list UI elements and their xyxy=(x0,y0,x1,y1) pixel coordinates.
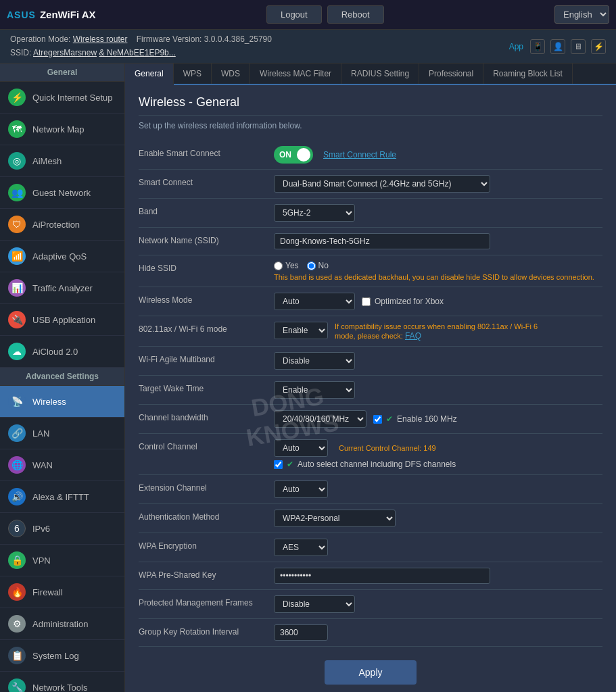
traffic-analyzer-icon: 📊 xyxy=(8,279,26,297)
sidebar-item-quick-setup[interactable]: ⚡ Quick Internet Setup xyxy=(0,82,124,114)
xbox-checkbox[interactable] xyxy=(362,297,371,306)
smart-connect-toggle[interactable]: ON xyxy=(274,146,313,164)
wan-label: WAN xyxy=(32,460,53,470)
label-pmf: Protected Management Frames xyxy=(139,590,274,619)
quick-setup-icon: ⚡ xyxy=(8,89,26,106)
smart-connect-rule-link[interactable]: Smart Connect Rule xyxy=(323,150,396,159)
row-auth-method: Authentication Method WPA2-Personal xyxy=(139,504,602,533)
xbox-checkbox-label[interactable]: Optimized for Xbox xyxy=(362,297,444,306)
sidebar-item-usb-application[interactable]: 🔌 USB Application xyxy=(0,304,124,336)
hide-ssid-no-radio[interactable] xyxy=(307,262,316,270)
enable-160mhz-label[interactable]: ✔ Enable 160 MHz xyxy=(373,414,457,424)
wifi6-faq-link[interactable]: FAQ xyxy=(405,331,421,341)
firmware-value: 3.0.0.4.386_25790 xyxy=(204,34,272,44)
info-bar: Operation Mode: Wireless router Firmware… xyxy=(0,30,616,64)
vpn-icon: 🔒 xyxy=(8,551,26,569)
ipv6-label: IPv6 xyxy=(32,524,50,534)
value-pmf: Disable xyxy=(274,590,602,619)
label-extension-channel: Extension Channel xyxy=(139,475,274,504)
aiprotection-icon: 🛡 xyxy=(8,216,26,233)
logout-button[interactable]: Logout xyxy=(266,5,322,24)
lan-icon: 🔗 xyxy=(8,424,26,442)
toggle-on-text: ON xyxy=(277,150,294,159)
wpa-encryption-select[interactable]: AES xyxy=(274,539,328,556)
operation-mode-label: Operation Mode: xyxy=(10,34,70,44)
sidebar-item-lan[interactable]: 🔗 LAN xyxy=(0,418,124,449)
band-select[interactable]: 5GHz-2 xyxy=(274,204,355,222)
sidebar-item-adaptive-qos[interactable]: 📶 Adaptive QoS xyxy=(0,241,124,272)
vpn-label: VPN xyxy=(32,555,51,566)
network-tools-icon: 🔧 xyxy=(8,678,26,692)
language-select[interactable]: English xyxy=(554,5,609,24)
sidebar-item-aimesh[interactable]: ◎ AiMesh xyxy=(0,145,124,177)
operation-mode-value: Wireless router xyxy=(73,34,128,44)
monitor-icon[interactable]: 🖥 xyxy=(571,39,586,54)
sidebar-item-network-tools[interactable]: 🔧 Network Tools xyxy=(0,672,124,692)
row-control-channel: Control Channel Auto Current Control Cha… xyxy=(139,434,602,475)
value-ssid xyxy=(274,228,602,255)
control-channel-status: Current Control Channel: 149 xyxy=(339,444,436,452)
value-enable-smart-connect: ON Smart Connect Rule xyxy=(274,141,602,170)
pmf-select[interactable]: Disable xyxy=(274,595,355,613)
sidebar: General ⚡ Quick Internet Setup 🗺 Network… xyxy=(0,64,125,692)
group-key-input[interactable] xyxy=(274,624,328,641)
dfs-checkbox[interactable] xyxy=(274,460,283,469)
content-wrapper: General ⚡ Quick Internet Setup 🗺 Network… xyxy=(0,64,616,692)
sidebar-item-aicloud[interactable]: ☁ AiCloud 2.0 xyxy=(0,336,124,368)
row-target-wake-time: Target Wake Time Enable xyxy=(139,376,602,405)
auth-method-select[interactable]: WPA2-Personal xyxy=(274,510,396,527)
hide-ssid-yes-label[interactable]: Yes xyxy=(274,261,299,270)
sidebar-item-wireless[interactable]: 📡 Wireless xyxy=(0,386,124,418)
sidebar-item-administration[interactable]: ⚙ Administration xyxy=(0,608,124,640)
value-group-key xyxy=(274,619,602,647)
person-icon[interactable]: 👤 xyxy=(550,39,565,54)
sidebar-item-vpn[interactable]: 🔒 VPN xyxy=(0,545,124,576)
sidebar-item-network-map[interactable]: 🗺 Network Map xyxy=(0,114,124,145)
aicloud-label: AiCloud 2.0 xyxy=(32,347,78,357)
tab-roaming-block-list[interactable]: Roaming Block List xyxy=(483,64,573,84)
sidebar-item-wan[interactable]: 🌐 WAN xyxy=(0,449,124,481)
wireless-mode-select[interactable]: Auto xyxy=(274,293,355,310)
hide-ssid-no-label[interactable]: No xyxy=(307,261,329,270)
wpa-key-input[interactable] xyxy=(274,568,490,584)
sidebar-item-alexa[interactable]: 🔊 Alexa & IFTTT xyxy=(0,481,124,513)
channel-bandwidth-select[interactable]: 20/40/80/160 MHz xyxy=(274,410,366,428)
tab-radius-setting[interactable]: RADIUS Setting xyxy=(341,64,419,84)
sidebar-item-system-log[interactable]: 📋 System Log xyxy=(0,640,124,672)
tab-professional[interactable]: Professional xyxy=(419,64,483,84)
apply-button[interactable]: Apply xyxy=(325,660,416,685)
sidebar-item-ipv6[interactable]: 6 IPv6 xyxy=(0,513,124,545)
usb-icon[interactable]: ⚡ xyxy=(591,39,606,54)
ssid-input[interactable] xyxy=(274,233,490,249)
row-ssid: Network Name (SSID) xyxy=(139,228,602,255)
extension-channel-select[interactable]: Auto xyxy=(274,480,328,498)
ssid-value1: AtregersMarsnew xyxy=(33,48,97,57)
sidebar-item-aiprotection[interactable]: 🛡 AiProtection xyxy=(0,209,124,241)
label-auth-method: Authentication Method xyxy=(139,504,274,533)
tab-wds[interactable]: WDS xyxy=(212,64,250,84)
sidebar-item-firewall[interactable]: 🔥 Firewall xyxy=(0,576,124,608)
smart-connect-select[interactable]: Dual-Band Smart Connect (2.4GHz and 5GHz… xyxy=(274,175,490,193)
network-map-icon: 🗺 xyxy=(8,120,26,138)
target-wake-time-select[interactable]: Enable xyxy=(274,381,355,399)
enable-160mhz-checkbox[interactable] xyxy=(373,415,382,424)
hide-ssid-yes-radio[interactable] xyxy=(274,262,283,270)
agile-multiband-select[interactable]: Disable xyxy=(274,352,355,370)
wifi6-select[interactable]: Enable xyxy=(274,322,328,339)
dfs-checkbox-label[interactable]: ✔ Auto select channel including DFS chan… xyxy=(274,460,602,469)
label-band: Band xyxy=(139,199,274,228)
sidebar-item-guest-network[interactable]: 👥 Guest Network xyxy=(0,177,124,209)
tab-wireless-mac-filter[interactable]: Wireless MAC Filter xyxy=(250,64,341,84)
phone-icon[interactable]: 📱 xyxy=(530,39,545,54)
tab-wps[interactable]: WPS xyxy=(174,64,212,84)
row-wireless-mode: Wireless Mode Auto Optimized for Xbox xyxy=(139,287,602,316)
reboot-button[interactable]: Reboot xyxy=(327,5,384,24)
logo-area: ASUS ZenWiFi AX xyxy=(7,9,96,20)
settings-table: Enable Smart Connect ON Smart Connect Ru… xyxy=(139,141,602,647)
app-label: App xyxy=(509,42,523,51)
tab-general[interactable]: General xyxy=(125,64,174,85)
sidebar-item-traffic-analyzer[interactable]: 📊 Traffic Analyzer xyxy=(0,272,124,304)
label-target-wake-time: Target Wake Time xyxy=(139,376,274,405)
label-group-key: Group Key Rotation Interval xyxy=(139,619,274,647)
control-channel-select[interactable]: Auto xyxy=(274,439,328,457)
